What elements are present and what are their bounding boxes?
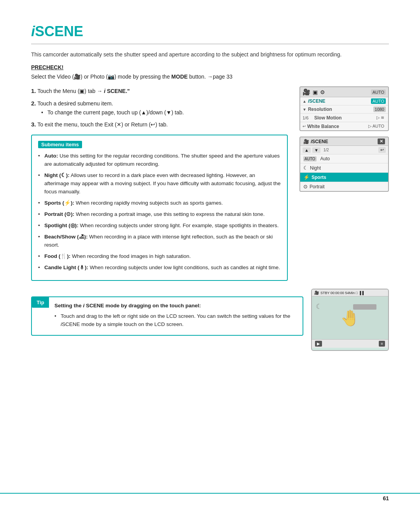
hand-drag-icon: 🤚 xyxy=(340,309,360,327)
panel2-nav: ▲ ▼ 1/2 ↩ xyxy=(300,146,388,154)
ui-panel-main-menu-header: 🎥 ▣ ⚙ AUTO xyxy=(300,87,388,97)
panel2-row-sports[interactable]: ⚡ Sports xyxy=(300,173,388,182)
step-1: 1. Touch the Menu (▣) tab → i SCENE." xyxy=(31,86,288,96)
submenu-item-auto: Auto: Use this setting for the regular r… xyxy=(38,152,281,168)
page-title: iSCENE xyxy=(31,23,389,44)
slowmotion-label: Slow Motion xyxy=(314,115,375,121)
panel-header-gear-icon: ⚙ xyxy=(320,89,325,95)
tip-label: Tip xyxy=(32,297,49,308)
submenu-item-night: Night (☾): Allows user to record in a da… xyxy=(38,172,281,196)
page-number: 61 xyxy=(383,495,389,501)
main-content: 1. Touch the Menu (▣) tab → i SCENE." 2.… xyxy=(31,86,389,281)
lcd-play-button[interactable]: ▶ xyxy=(315,341,322,347)
panel-row-iscene[interactable]: ▲ iSCENE AUTO xyxy=(300,97,388,105)
submenu-item-candle: Candle Light (🕯): When recording subject… xyxy=(38,264,281,272)
step-2-sub-1: To change the current page, touch up (▲)… xyxy=(41,108,288,117)
right-column: 🎥 ▣ ⚙ AUTO ▲ iSCENE AUTO ▼ Resolution 10… xyxy=(299,86,389,197)
return-icon: ↩ xyxy=(303,124,306,128)
panel2-row-auto[interactable]: AUTO Auto xyxy=(300,154,388,163)
panel2-title: iSCENE xyxy=(311,139,328,144)
resolution-value: 1080 xyxy=(373,107,386,112)
slowmotion-value: ▷ ≋ xyxy=(375,115,386,121)
ui-panel-main-menu: 🎥 ▣ ⚙ AUTO ▲ iSCENE AUTO ▼ Resolution 10… xyxy=(299,86,389,131)
auto-label: Auto xyxy=(320,156,385,161)
sports-label: Sports xyxy=(312,175,385,180)
title-main: SCENE xyxy=(35,23,83,39)
ui-panel-iscene-submenu: 🎥 iSCENE ✕ ▲ ▼ 1/2 ↩ AUTO Auto ☾ Night xyxy=(299,137,389,192)
tip-bullets: Touch and drag to the left or right side… xyxy=(54,312,297,329)
submenu-item-spotlight: Spotlight (◎): When recording subjects u… xyxy=(38,222,281,230)
submenu-box: Submenu items Auto: Use this setting for… xyxy=(31,135,288,281)
panel2-row-portrait[interactable]: ⊙ Portrait xyxy=(300,182,388,191)
submenu-item-beach: Beach/Show (🏖): When recording in a plac… xyxy=(38,233,281,249)
panel-row-resolution[interactable]: ▼ Resolution 1080 xyxy=(300,105,388,114)
page-container: iSCENE This camcorder automatically sets… xyxy=(0,0,420,374)
portrait-label: Portrait xyxy=(310,184,385,189)
panel2-page-num: 1/2 xyxy=(324,148,329,152)
auto-icon: AUTO xyxy=(303,156,317,161)
panel-row-slowmotion[interactable]: 1/6 Slow Motion ▷ ≋ xyxy=(300,114,388,122)
step-1-num: 1. xyxy=(31,88,36,94)
page-num-1: 1/6 xyxy=(303,116,312,120)
submenu-item-sports: Sports (⚡): When recording rapidly movin… xyxy=(38,199,281,207)
left-column: 1. Touch the Menu (▣) tab → i SCENE." 2.… xyxy=(31,86,288,281)
iscene-label: iSCENE xyxy=(308,98,371,104)
tip-bullet-1: Touch and drag to the left or right side… xyxy=(54,312,297,329)
tip-content: Setting the i SCENE mode by dragging on … xyxy=(49,297,303,335)
resolution-label: Resolution xyxy=(308,107,373,112)
submenu-item-food: Food (🍴): When recording the food images… xyxy=(38,252,281,261)
ui-panel2-header: 🎥 iSCENE ✕ xyxy=(300,137,388,146)
iscene-value: AUTO xyxy=(371,98,386,104)
sports-icon: ⚡ xyxy=(303,174,310,180)
panel2-camera-icon: 🎥 xyxy=(303,139,309,144)
tip-section: Tip Setting the i SCENE mode by dragging… xyxy=(31,289,389,351)
panel2-nav-up[interactable]: ▲ xyxy=(303,147,311,153)
step-3: 3. To exit the menu, touch the Exit (✕) … xyxy=(31,120,288,129)
lcd-status-text: STBY 00:00:00 54Min □ ▐▐ xyxy=(320,291,364,295)
title-prefix: i xyxy=(31,23,35,39)
portrait-icon: ⊙ xyxy=(303,184,308,189)
lcd-menu-button[interactable]: ≡ xyxy=(379,341,385,347)
submenu-item-portrait: Portrait (⊙): When recording a portrait … xyxy=(38,210,281,219)
lcd-camera-icon: 🎥 xyxy=(314,291,319,295)
tip-title: Setting the i SCENE mode by dragging on … xyxy=(54,303,201,308)
night-icon: ☾ xyxy=(303,165,308,171)
step-2: 2. Touch a desired submenu item. To chan… xyxy=(31,99,288,117)
bottom-line xyxy=(0,493,420,494)
camera-lcd-top: 🎥 STBY 00:00:00 54Min □ ▐▐ xyxy=(312,289,388,296)
night-label: Night xyxy=(310,165,385,171)
precheck-text: Select the Video (🎥) or Photo (📷) mode b… xyxy=(31,73,389,81)
up-arrow-icon: ▲ xyxy=(303,99,306,103)
tip-box: Tip Setting the i SCENE mode by dragging… xyxy=(31,296,303,336)
camera-lcd: 🎥 STBY 00:00:00 54Min □ ▐▐ 🤚 ☾ ▶ ≡ xyxy=(311,289,389,351)
camera-lcd-container: 🎥 STBY 00:00:00 54Min □ ▐▐ 🤚 ☾ ▶ ≡ xyxy=(311,289,389,351)
panel2-nav-back[interactable]: ↩ xyxy=(378,147,386,153)
step-2-subs: To change the current page, touch up (▲)… xyxy=(41,108,288,117)
down-arrow-icon: ▼ xyxy=(303,107,306,112)
panel2-nav-down[interactable]: ▼ xyxy=(312,147,320,153)
panel-header-right-icons: AUTO xyxy=(371,89,386,95)
whitebalance-label: White Balance xyxy=(307,124,367,129)
panel-row-whitebalance[interactable]: ↩ White Balance ▷ AUTO xyxy=(300,122,388,130)
panel2-row-night[interactable]: ☾ Night xyxy=(300,163,388,173)
whitebalance-value: ▷ AUTO xyxy=(367,123,386,129)
tip-left: Tip Setting the i SCENE mode by dragging… xyxy=(31,289,303,336)
moon-icon: ☾ xyxy=(316,302,322,311)
panel-camera-icon: 🎥 xyxy=(303,88,310,96)
slider-bar xyxy=(353,304,376,310)
camera-lcd-bottom: ▶ ≡ xyxy=(312,339,388,348)
steps: 1. Touch the Menu (▣) tab → i SCENE." 2.… xyxy=(31,86,288,129)
step-2-num: 2. xyxy=(31,100,36,107)
camera-lcd-body: 🤚 ☾ xyxy=(312,296,388,339)
submenu-list: Auto: Use this setting for the regular r… xyxy=(38,152,281,272)
panel-header-menu-icon: ▣ xyxy=(313,89,318,95)
panel-header-auto-badge: AUTO xyxy=(371,89,386,95)
step-3-num: 3. xyxy=(31,121,36,128)
submenu-title: Submenu items xyxy=(38,141,82,148)
panel2-close-button[interactable]: ✕ xyxy=(378,138,385,144)
intro-text: This camcorder automatically sets the sh… xyxy=(31,51,389,59)
precheck-label: PRECHECK! xyxy=(31,64,389,70)
